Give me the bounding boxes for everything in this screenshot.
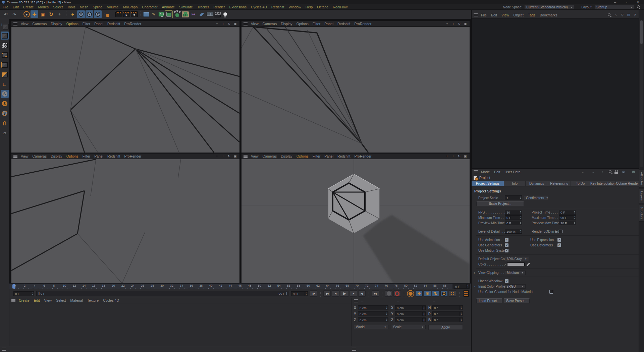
menu-item-redshift[interactable]: Redshift <box>337 22 351 26</box>
point-mode-icon[interactable] <box>1 51 9 59</box>
toggle-view-icon[interactable]: ▣ <box>233 21 237 26</box>
enable-snap-icon[interactable]: U <box>1 119 9 127</box>
menu-item-window[interactable]: Window <box>288 5 301 9</box>
model-mode-icon[interactable] <box>1 32 9 40</box>
menu-icon[interactable] <box>244 155 248 158</box>
menu-item-extensions[interactable]: Extensions <box>229 5 247 9</box>
menu-item-tags[interactable]: Tags <box>528 13 535 17</box>
menu-item-bookmarks[interactable]: Bookmarks <box>540 13 557 17</box>
live-selection-icon[interactable]: ➤ <box>23 11 30 17</box>
menu-item-panel[interactable]: Panel <box>94 154 103 158</box>
autokeying-button[interactable] <box>393 290 401 297</box>
zoom-view-icon[interactable]: ↕ <box>451 154 455 159</box>
viewport-canvas[interactable] <box>11 159 239 283</box>
cappuccino-button[interactable] <box>462 290 470 297</box>
menu-item-cameras[interactable]: Cameras <box>263 22 277 26</box>
dock-tab-layers[interactable]: Layers <box>639 189 644 203</box>
move-tool-icon[interactable]: ✚ <box>31 10 38 18</box>
use-animation-checkbox[interactable] <box>505 238 508 242</box>
menu-item-view[interactable]: View <box>44 298 52 302</box>
tab-to-do[interactable]: To Do <box>571 181 590 186</box>
menu-item-cameras[interactable]: Cameras <box>263 154 277 158</box>
menu-item-volume[interactable]: Volume <box>107 5 119 9</box>
maximum-time-field[interactable]: 90 F▲▼ <box>559 215 576 220</box>
color-swatch[interactable] <box>507 262 525 266</box>
menu-item-user-data[interactable]: User Data <box>504 170 520 174</box>
menu-item-material[interactable]: Material <box>70 298 83 302</box>
menu-item-options[interactable]: Options <box>66 22 78 26</box>
menu-item-animate[interactable]: Animate <box>162 5 175 9</box>
back-icon[interactable]: ← <box>579 168 587 176</box>
next-key-button[interactable]: ▶▮ <box>358 290 366 297</box>
scale-project-button[interactable]: Scale Project... <box>476 201 524 206</box>
pan-view-icon[interactable]: + <box>215 154 219 159</box>
hair-feather-icon[interactable] <box>198 10 206 18</box>
use-expression-checkbox[interactable] <box>557 238 561 242</box>
menu-item-character[interactable]: Character <box>142 5 157 9</box>
rotation-h-field[interactable]: 0 °▲▼ <box>432 305 463 310</box>
menu-item-edit[interactable]: Edit <box>13 5 19 9</box>
tab-info[interactable]: Info <box>504 181 526 186</box>
drag-grip[interactable] <box>9 289 11 298</box>
min-time-field[interactable]: 0 F ▲▼ <box>13 291 34 296</box>
menu-item-select[interactable]: Select <box>56 298 66 302</box>
scale-mode-select[interactable]: Scale▼ <box>391 325 426 329</box>
toggle-view-icon[interactable]: ▣ <box>463 21 468 26</box>
viewport-top-left[interactable]: ViewCamerasDisplayOptionsFilterPanelReds… <box>11 21 239 153</box>
menu-item-redshift[interactable]: Redshift <box>107 22 120 26</box>
viewport-solo-single-icon[interactable]: S <box>1 100 9 108</box>
search-icon[interactable] <box>637 5 641 9</box>
menu-item-prorender[interactable]: ProRender <box>124 22 142 26</box>
menu-item-edit[interactable]: Edit <box>494 170 500 174</box>
menu-item-panel[interactable]: Panel <box>324 154 333 158</box>
menu-item-filter[interactable]: Filter <box>83 154 90 158</box>
dock-tab-attributes[interactable]: Attributes <box>639 170 644 188</box>
menu-item-cycles-4d[interactable]: Cycles 4D <box>103 298 119 302</box>
next-frame-button[interactable]: ▶ <box>350 290 357 297</box>
default-object-color-select[interactable]: 60% Gray▼ <box>505 257 529 261</box>
menu-item-prorender[interactable]: ProRender <box>355 154 372 158</box>
z-axis-lock-icon[interactable]: Z <box>94 10 102 18</box>
menu-item-select[interactable]: Select <box>53 5 63 9</box>
scrollbar[interactable] <box>640 20 643 167</box>
menu-icon[interactable] <box>474 170 478 173</box>
texture-mode-icon[interactable] <box>1 41 9 49</box>
rotate-view-icon[interactable]: ↻ <box>227 21 231 26</box>
generators-icon[interactable] <box>165 10 173 18</box>
x-axis-lock-icon[interactable]: X <box>77 10 85 18</box>
viewport-canvas[interactable] <box>11 27 239 153</box>
add-primitive-cube-icon[interactable] <box>143 12 149 17</box>
tab-key-interpolation[interactable]: Key Interpolation <box>590 181 616 186</box>
menu-item-object[interactable]: Object <box>514 13 524 17</box>
maximize-button[interactable]: ▫ <box>625 1 629 4</box>
ruler-track[interactable]: 0246810121416182022242628303234363840424… <box>11 284 453 289</box>
project-scale-field[interactable]: 1▲▼ <box>505 195 522 200</box>
goto-start-button[interactable]: ▮◀ <box>310 290 317 297</box>
zoom-view-icon[interactable]: ↕ <box>451 21 455 26</box>
input-color-profile-select[interactable]: sRGB▼ <box>505 284 526 289</box>
viewport-solo-off-icon[interactable]: S <box>1 90 9 98</box>
volume-builder-icon[interactable] <box>182 11 189 17</box>
scale-y-field[interactable]: 0 cm▲▼ <box>395 311 426 316</box>
menu-icon[interactable] <box>474 13 478 16</box>
fps-field[interactable]: 30▲▼ <box>505 210 522 215</box>
menu-item-view[interactable]: View <box>21 154 29 158</box>
redo-icon[interactable]: ↷ <box>10 10 18 18</box>
menu-item-panel[interactable]: Panel <box>324 22 333 26</box>
viewport-canvas[interactable] <box>241 27 470 153</box>
undo-icon[interactable]: ↶ <box>2 10 10 18</box>
rotation-p-field[interactable]: 0 °▲▼ <box>432 311 463 316</box>
menu-item-file[interactable]: File <box>3 5 8 9</box>
up-icon[interactable]: ↑ <box>599 168 606 176</box>
menu-item-render[interactable]: Render <box>213 5 225 9</box>
expand-icon[interactable]: › <box>474 285 475 288</box>
coord-col-header[interactable]: -- <box>433 299 469 303</box>
menu-item-display[interactable]: Display <box>281 154 292 158</box>
menu-item-panel[interactable]: Panel <box>94 22 103 26</box>
menu-item-view[interactable]: View <box>251 154 259 158</box>
spinner[interactable]: ▲▼ <box>466 284 469 288</box>
tab-project-settings[interactable]: Project Settings <box>472 181 504 186</box>
menu-item-mesh[interactable]: Mesh <box>80 5 89 9</box>
render-picture-viewer-icon[interactable]: ▶ <box>123 11 130 17</box>
record-rotation-button[interactable]: ↻ <box>432 290 439 297</box>
